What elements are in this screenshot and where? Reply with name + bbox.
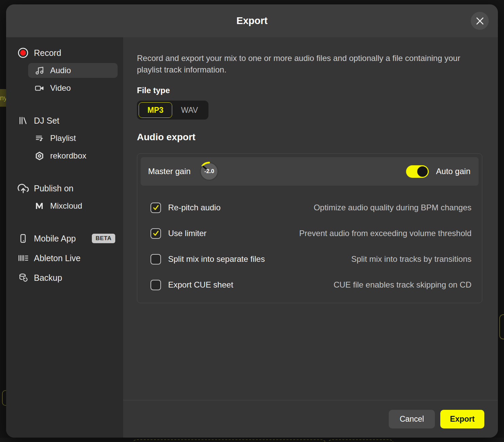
checkmark-icon — [152, 204, 160, 211]
file-type-label: File type — [137, 86, 482, 95]
playlist-icon — [33, 134, 45, 143]
audio-export-heading: Audio export — [137, 132, 482, 143]
sidebar-item-label: rekordbox — [50, 151, 86, 161]
sidebar-item-video[interactable]: Video — [6, 81, 123, 96]
cloud-upload-icon — [17, 183, 29, 194]
option-label: Use limiter — [168, 229, 206, 238]
sidebar-item-record[interactable]: Record — [6, 45, 123, 60]
sidebar-item-audio[interactable]: Audio — [28, 63, 118, 78]
sidebar-item-label: Audio — [50, 66, 71, 75]
sidebar-item-dj-set[interactable]: DJ Set — [6, 113, 123, 128]
option-row-cue-sheet: Export CUE sheet CUE file enables track … — [150, 277, 471, 293]
close-button[interactable] — [471, 12, 489, 30]
option-description: Split mix into tracks by transitions — [351, 254, 471, 264]
cancel-button[interactable]: Cancel — [389, 410, 435, 428]
close-icon — [476, 17, 484, 25]
file-type-option-mp3[interactable]: MP3 — [139, 102, 172, 118]
background-partial-text: ny — [0, 94, 6, 102]
option-label: Split mix into separate files — [168, 254, 265, 264]
option-description: Optimize audio quality during BPM change… — [314, 203, 471, 212]
master-gain-label: Master gain — [148, 167, 190, 176]
option-description: CUE file enables track skipping on CD — [334, 280, 471, 290]
sidebar-item-ableton-live[interactable]: Ableton Live — [6, 251, 123, 266]
auto-gain-toggle[interactable] — [406, 165, 429, 178]
sidebar-item-publish-on[interactable]: Publish on — [6, 181, 123, 196]
sidebar-item-label: Publish on — [34, 184, 74, 193]
sidebar: Record Audio Video DJ Set — [6, 37, 123, 438]
sidebar-item-mobile-app[interactable]: Mobile App BETA — [6, 231, 123, 246]
dialog-body: Record Audio Video DJ Set — [6, 37, 498, 438]
sidebar-item-label: DJ Set — [34, 116, 59, 126]
file-type-option-wav[interactable]: WAV — [172, 102, 207, 118]
library-icon — [17, 115, 29, 126]
sidebar-item-label: Record — [34, 48, 61, 58]
master-gain-value: -2.0 — [199, 162, 219, 181]
cue-sheet-checkbox[interactable] — [150, 280, 161, 290]
master-gain-knob[interactable]: -2.0 — [199, 162, 219, 181]
dialog-header: Export — [6, 4, 498, 37]
background-track-label: ny — [0, 89, 6, 107]
record-icon — [17, 47, 29, 59]
music-note-icon — [33, 66, 45, 75]
sidebar-item-label: Backup — [34, 273, 62, 283]
background-app-strip — [0, 438, 504, 442]
option-row-limiter: Use limiter Prevent audio from exceeding… — [150, 226, 471, 241]
repitch-checkbox[interactable] — [150, 203, 161, 213]
sidebar-item-label: Ableton Live — [34, 253, 81, 263]
sidebar-item-playlist[interactable]: Playlist — [6, 131, 123, 146]
option-row-split-mix: Split mix into separate files Split mix … — [150, 251, 471, 267]
record-description: Record and export your mix to one or mor… — [137, 52, 482, 76]
sidebar-item-mixcloud[interactable]: Mixcloud — [6, 198, 123, 213]
main-content: Record and export your mix to one or mor… — [123, 37, 498, 400]
split-mix-checkbox[interactable] — [150, 254, 161, 265]
export-dialog: Export Record Audio — [6, 4, 498, 438]
dialog-title: Export — [237, 15, 268, 26]
video-camera-icon — [33, 84, 45, 93]
checkmark-icon — [152, 230, 160, 237]
export-button[interactable]: Export — [440, 410, 484, 428]
main-panel: Record and export your mix to one or mor… — [123, 37, 498, 438]
sidebar-item-label: Playlist — [50, 133, 76, 143]
database-restore-icon — [17, 273, 29, 283]
option-label: Re-pitch audio — [168, 203, 221, 212]
background-dropzone — [132, 439, 326, 442]
limiter-checkbox[interactable] — [150, 228, 161, 239]
smartphone-icon — [17, 233, 29, 244]
sidebar-spacer — [6, 213, 123, 231]
mixcloud-icon — [33, 201, 45, 211]
file-type-segmented-control: MP3 WAV — [137, 101, 208, 120]
master-gain-row: Master gain -2.0 — [141, 157, 479, 186]
toggle-knob — [417, 166, 428, 177]
rekordbox-icon — [33, 151, 45, 161]
background-deck-outline — [499, 314, 504, 339]
sidebar-spacer — [6, 163, 123, 181]
dialog-footer: Cancel Export — [123, 400, 498, 438]
sidebar-spacer — [6, 96, 123, 113]
sidebar-item-label: Mobile App — [34, 234, 76, 244]
audio-export-panel: Master gain -2.0 — [137, 153, 482, 303]
background-dropzone — [327, 439, 394, 442]
export-options-list: Re-pitch audio Optimize audio quality du… — [141, 186, 479, 303]
sidebar-item-backup[interactable]: Backup — [6, 270, 123, 285]
option-description: Prevent audio from exceeding volume thre… — [299, 229, 471, 238]
auto-gain-label: Auto gain — [436, 167, 470, 176]
sidebar-item-label: Video — [50, 83, 71, 93]
sidebar-item-label: Mixcloud — [50, 201, 82, 211]
option-label: Export CUE sheet — [168, 280, 233, 290]
option-row-repitch: Re-pitch audio Optimize audio quality du… — [150, 200, 471, 215]
sidebar-item-rekordbox[interactable]: rekordbox — [6, 148, 123, 163]
beta-badge: BETA — [92, 234, 115, 243]
ableton-icon — [17, 254, 29, 262]
